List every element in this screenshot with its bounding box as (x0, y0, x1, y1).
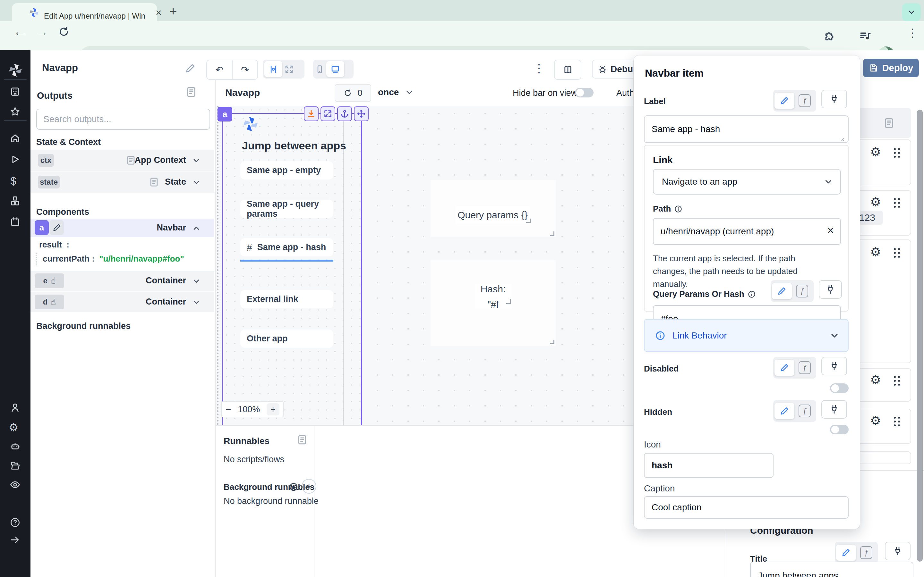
fx-mode-button[interactable]: f (796, 403, 814, 419)
edit-id-button[interactable] (50, 220, 64, 235)
container-e-row[interactable]: e ☝ Container (31, 271, 214, 292)
forward-icon[interactable]: → (36, 25, 48, 39)
scrollbar-thumb[interactable] (917, 110, 923, 562)
docs-button[interactable] (554, 60, 582, 80)
fullscreen-canvas-icon[interactable] (284, 64, 294, 74)
home-icon[interactable] (10, 133, 21, 144)
folders-icon[interactable] (10, 460, 21, 471)
nav-item-other-app[interactable]: Other app (240, 330, 333, 348)
resources-icon[interactable] (10, 195, 21, 206)
zoom-out-button[interactable]: − (226, 404, 231, 415)
outputs-log-icon[interactable] (185, 86, 197, 98)
label-input[interactable] (644, 115, 849, 143)
container-d-row[interactable]: d ☝ Container (31, 292, 214, 312)
search-outputs-input[interactable] (36, 109, 210, 130)
audit-eye-icon[interactable] (10, 479, 21, 490)
resize-corner[interactable] (550, 231, 554, 236)
hash-container[interactable]: Hash: "#f (431, 260, 556, 346)
clear-path-icon[interactable]: × (827, 224, 834, 237)
fx-mode-button[interactable]: f (796, 359, 814, 376)
navbar-component-row[interactable]: a Navbar (31, 219, 214, 237)
billing-icon[interactable]: $ (10, 175, 16, 187)
chevron-down-icon[interactable] (192, 178, 201, 187)
back-icon[interactable]: ← (13, 25, 26, 39)
textarea-resize-icon[interactable] (840, 136, 845, 141)
new-tab-icon[interactable]: + (170, 4, 177, 19)
workspace-icon[interactable] (10, 86, 21, 97)
settings-gear-icon[interactable]: ⚙ (9, 421, 18, 434)
gear-icon[interactable]: ⚙ (870, 374, 881, 386)
resize-corner[interactable] (550, 340, 554, 344)
drag-grip-icon[interactable] (894, 198, 896, 200)
hide-bar-toggle[interactable] (575, 88, 594, 97)
connect-plug-button[interactable] (819, 280, 842, 299)
help-icon[interactable] (10, 517, 21, 528)
tab-search-button[interactable] (902, 3, 921, 21)
connect-plug-button[interactable] (821, 90, 847, 108)
schedule-dropdown[interactable]: once (378, 87, 414, 97)
link-kind-select[interactable]: Navigate to an app (653, 169, 841, 195)
static-mode-button[interactable] (836, 545, 856, 561)
move-handle[interactable] (354, 106, 368, 121)
hidden-toggle[interactable] (830, 425, 849, 434)
favorites-star-icon[interactable] (10, 106, 21, 117)
query-params-container[interactable]: Query params {} (431, 180, 556, 237)
state-row[interactable]: state State (31, 171, 214, 193)
nav-item-empty[interactable]: Same app - empty (240, 161, 333, 179)
windmill-logo[interactable] (8, 63, 23, 78)
settings-log-icon[interactable] (883, 117, 895, 129)
redo-button[interactable]: ↷ (233, 60, 257, 79)
zoom-in-button[interactable]: + (267, 403, 279, 416)
workers-robot-icon[interactable] (10, 441, 21, 452)
selection-left-edge[interactable] (222, 111, 223, 425)
fx-mode-button[interactable]: f (796, 93, 814, 109)
chevron-up-icon[interactable] (192, 224, 201, 233)
chevron-down-icon[interactable] (192, 277, 201, 285)
nav-item-query-params[interactable]: Same app - query params (240, 200, 333, 218)
browser-tab[interactable]: Edit App u/henri/navapp | Win × (12, 3, 157, 21)
deploy-button[interactable]: Deploy (863, 59, 919, 77)
resize-corner[interactable] (506, 300, 511, 304)
fx-mode-button[interactable]: f (857, 545, 875, 561)
static-mode-button[interactable] (774, 359, 795, 376)
gear-icon[interactable]: ⚙ (870, 414, 881, 427)
fx-mode-button[interactable]: f (793, 283, 811, 299)
tab-close-icon[interactable]: × (156, 7, 162, 19)
connect-plug-button[interactable] (821, 357, 847, 376)
connect-plug-button[interactable] (885, 542, 911, 560)
undo-button[interactable]: ↶ (207, 60, 233, 79)
refresh-count-box[interactable]: 0 (334, 84, 371, 102)
static-mode-button[interactable] (774, 403, 795, 419)
expand-down-handle[interactable] (304, 106, 318, 121)
drag-grip-icon[interactable] (894, 148, 896, 150)
collapse-arrow-icon[interactable] (10, 534, 21, 545)
gear-icon[interactable]: ⚙ (870, 146, 881, 158)
runs-icon[interactable] (10, 154, 21, 165)
resize-corner[interactable] (526, 219, 531, 223)
fullscreen-handle[interactable] (320, 106, 335, 121)
centered-layout-button[interactable] (264, 61, 282, 77)
static-mode-button[interactable] (774, 93, 795, 109)
connect-plug-button[interactable] (821, 400, 847, 419)
reload-icon[interactable] (58, 26, 70, 38)
rename-pencil-icon[interactable] (185, 63, 196, 74)
chevron-down-icon[interactable] (192, 156, 201, 165)
anchor-handle[interactable] (337, 106, 352, 121)
path-input[interactable] (653, 218, 841, 245)
desktop-view-button[interactable] (326, 61, 344, 77)
users-icon[interactable] (10, 402, 21, 413)
extensions-icon[interactable] (823, 29, 836, 42)
add-background-runnable-button[interactable]: + (302, 479, 317, 494)
caption-input[interactable] (644, 496, 849, 519)
drag-grip-icon[interactable] (894, 376, 896, 378)
nav-item-external-link[interactable]: External link (240, 290, 333, 308)
chevron-down-icon[interactable] (192, 298, 201, 307)
static-mode-button[interactable] (772, 283, 792, 299)
result-key[interactable]: result : (39, 240, 69, 250)
editor-menu-icon[interactable]: ⋮ (533, 61, 545, 75)
title-input[interactable] (750, 562, 913, 577)
ctx-row[interactable]: ctx App Context (31, 150, 214, 171)
link-behavior-collapsible[interactable]: Link Behavior (644, 319, 849, 352)
selected-component-badge[interactable]: a (218, 107, 232, 121)
icon-input[interactable] (644, 453, 774, 478)
